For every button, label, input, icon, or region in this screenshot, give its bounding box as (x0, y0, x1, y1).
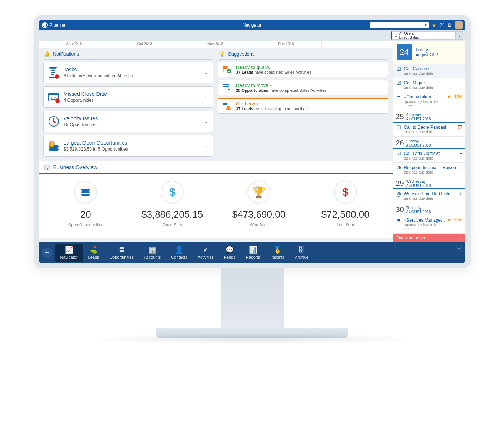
nav-icon: 🏢 (148, 246, 157, 254)
nav-archive[interactable]: 🗄Archive (290, 244, 314, 262)
search-input-wrap[interactable]: ▼ (370, 22, 429, 28)
calendar-item-icon: ≡ (396, 94, 402, 100)
nav-feeds[interactable]: 💬Feeds (219, 244, 241, 262)
calendar-item-subtitle: opportunity has to be closed (404, 100, 445, 108)
suggestion-subtitle: 37 Leads are still waiting to be qualifi… (236, 107, 309, 111)
chevron-down-icon[interactable]: ⌄ (202, 138, 210, 153)
notification-subtitle: $3,529,823.53 in 5 Opportunities (64, 147, 198, 152)
notification-icon: 22 (47, 91, 60, 103)
notification-title: Tasks (64, 67, 198, 73)
notification-card[interactable]: 22 Missed Close Date 4 Opportunities ⌄ (43, 86, 214, 108)
chevron-down-icon[interactable]: ⌄ (202, 65, 210, 80)
metric-value: $3,886,205.15 (129, 209, 216, 220)
calendar-item[interactable]: ☑ Call Miguel task has due date (393, 78, 465, 92)
star-icon: ★ (447, 94, 451, 99)
nav-icon: 📈 (65, 246, 73, 254)
suggestion-card[interactable]: Ready to qualify › 37 Leads have complet… (218, 62, 388, 77)
suggestion-card[interactable]: OLD Old Leads › 37 Leads are still waiti… (218, 98, 388, 114)
search-dropdown-caret-icon[interactable]: ▼ (424, 23, 427, 27)
nav-opportunities[interactable]: ≣Opportunities (104, 244, 139, 262)
user-avatar[interactable] (455, 21, 463, 29)
add-button[interactable]: + (42, 248, 52, 258)
calendar-item-subtitle: task has due date (404, 197, 457, 201)
suggestion-icon (222, 65, 232, 74)
timeline-blank (321, 41, 393, 48)
nav-label: Accounts (144, 255, 161, 259)
percent-badge: 50% (453, 94, 462, 99)
notification-card[interactable]: Velocity Issues 15 Opportunities ⌄ (43, 111, 214, 132)
calendar-item-title: Call to Sadie Pancast (404, 125, 455, 130)
search-input[interactable] (371, 23, 424, 27)
svg-rect-18 (223, 86, 229, 87)
calendar-item-icon: ≡ (396, 218, 402, 223)
nav-label: Navigator (60, 255, 78, 259)
calendar-item-subtitle: task has due date (404, 130, 455, 134)
nav-activities[interactable]: ✔Activities (193, 244, 219, 262)
calendar-item[interactable]: ☑ Call Caroline task has due date (393, 64, 465, 78)
nav-insights[interactable]: 🏅Insights (265, 244, 290, 262)
nav-navigator[interactable]: 📈Navigator (55, 244, 83, 262)
metric-value: 20 (43, 209, 129, 220)
download-icon: ⬇ (459, 191, 463, 196)
calendar-item-subtitle: task has due date (404, 71, 463, 76)
svg-rect-13 (49, 148, 59, 151)
metric-value: $72,500.00 (302, 209, 389, 220)
metric-label: Won Sum (216, 222, 302, 227)
nav-label: Archive (295, 255, 308, 259)
lightbulb-icon: 💡 (219, 51, 225, 57)
brand: Pipeliner (42, 22, 67, 28)
bottom-nav: + 📈Navigator⛳Leads≣Opportunities🏢Account… (39, 242, 465, 263)
chevron-down-icon[interactable]: ⌄ (202, 90, 210, 104)
help-icon[interactable]: ?⃝ (440, 22, 444, 28)
calendar-item[interactable]: @ Write an Email to Opaline Gravy task h… (393, 189, 465, 203)
notification-card[interactable]: $ Largest Open Opportunities $3,529,823.… (43, 135, 214, 157)
notification-subtitle: 4 Opportunities (64, 98, 198, 103)
calendar-item[interactable]: @ Respond to email - Rowen Wilders… task… (393, 163, 465, 177)
filter-line2: Direct Sales (399, 36, 419, 40)
brand-logo-icon (42, 22, 48, 28)
calendar-item-subtitle: task has due date (404, 170, 463, 174)
filter-bar: ⚙ All Users Direct Sales ⌄ (39, 30, 465, 41)
calendar-item[interactable]: ≡ ⬥Consultation opportunity has to be cl… (393, 92, 465, 110)
filter-gear-icon: ⚙ (394, 34, 398, 38)
metric-label: Open Sum (129, 222, 216, 227)
nav-accounts[interactable]: 🏢Accounts (139, 244, 166, 262)
timeline-month: Oct 2018 (109, 41, 180, 48)
suggestion-card[interactable]: Ready to move › 20 Opportunities have co… (218, 80, 388, 95)
calendar-item[interactable]: ☑ Call Latia Cordova task has due date ● (393, 149, 465, 163)
svg-rect-1 (50, 67, 56, 69)
nav-reports[interactable]: 📊Reports (241, 244, 266, 262)
nav-icon: ✔ (203, 246, 208, 254)
alert-icon: ● (460, 151, 463, 155)
svg-point-11 (53, 121, 54, 122)
today-weekday: Friday (416, 47, 439, 53)
settings-gear-icon[interactable]: ⚙ (447, 22, 452, 28)
nav-icon: 👤 (175, 246, 183, 254)
nav-contacts[interactable]: 👤Contacts (166, 244, 192, 262)
collapse-nav-icon[interactable]: ⌄ (456, 245, 462, 251)
nav-label: Reports (246, 255, 260, 259)
calendar-date-header: 26SundayAUGUST 2018 (393, 137, 465, 149)
filter-selector[interactable]: ⚙ All Users Direct Sales (391, 31, 456, 40)
timeline-month: Sep 2018 (39, 41, 110, 48)
svg-text:$: $ (50, 142, 53, 146)
filter-caret-icon[interactable]: ⌄ (456, 31, 463, 40)
notification-card[interactable]: Tasks 6 tasks are overdue within 24 task… (43, 62, 214, 83)
nav-leads[interactable]: ⛳Leads (83, 244, 104, 262)
chevron-down-icon[interactable]: ⌄ (202, 114, 210, 129)
calendar-today: 24 Friday August 2018 (393, 41, 465, 64)
calendar-date-header: 25SaturdayAUGUST 2018 (393, 110, 465, 123)
calendar-item-title: ⬥Consultation (404, 94, 445, 100)
calendar-item[interactable]: ≡ ⬥Services Management opportunity has t… (393, 215, 465, 234)
calendar-item-icon: ☑ (396, 66, 402, 72)
notifications-header: 🔔 Notifications (44, 51, 212, 60)
calendar-item-title: Write an Email to Opaline Gravy (404, 191, 457, 197)
favorites-star-icon[interactable]: ★ (432, 22, 437, 28)
today-month: August 2018 (416, 53, 439, 57)
calendar-item[interactable]: ☑ Call to Sadie Pancast task has due dat… (393, 123, 465, 137)
overdue-tasks-bar[interactable]: Overdue tasks ‹ (393, 234, 465, 242)
nav-label: Opportunities (110, 255, 134, 259)
calendar-item-subtitle: task has due date (404, 156, 458, 160)
page-title: Navigator (243, 23, 261, 28)
suggestion-subtitle: 37 Leads have completed Sales Activities (236, 70, 311, 74)
